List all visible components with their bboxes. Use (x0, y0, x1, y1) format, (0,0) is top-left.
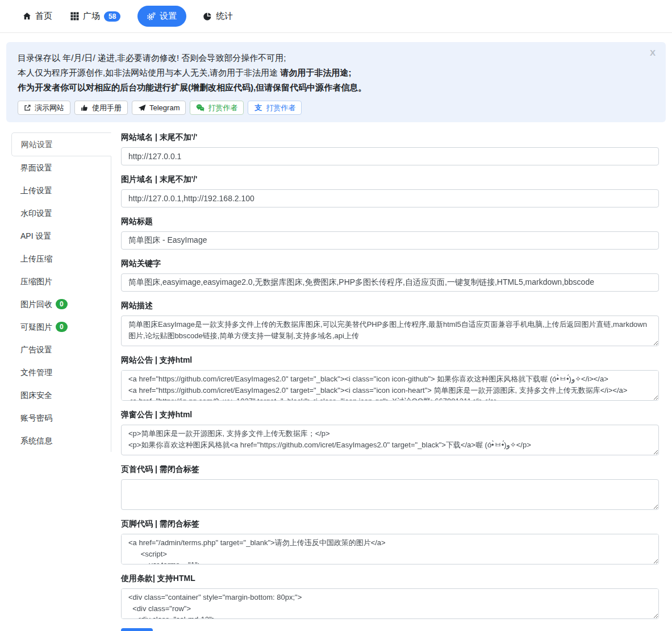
button-label: 演示网站 (35, 103, 64, 113)
nav-item-stats[interactable]: 统计 (202, 6, 234, 26)
field-label-site-announcement: 网站公告 | 支持html (121, 355, 659, 366)
sidebar-item-label: 账号密码 (20, 412, 52, 424)
field-label-image-domain: 图片域名 | 末尾不加'/' (121, 175, 659, 185)
sidebar-item-label: 可疑图片 (20, 321, 52, 333)
nav-item-label: 首页 (35, 11, 52, 22)
button-label: 打赏作者 (266, 103, 295, 113)
form-group-site-domain: 网站域名 | 末尾不加'/' (121, 132, 659, 165)
field-label-popup-announcement: 弹窗公告 | 支持html (121, 410, 659, 420)
sidebar-item-label: 压缩图片 (20, 276, 52, 287)
form-group-site-description: 网站描述简单图床EasyImage是一款支持多文件上传的无数据库图床,可以完美替… (121, 301, 659, 346)
alert-text-segment: 作为开发者你可以对相应的后台功能进行扩展(增删改相应代码),但请保留代码中源作者… (18, 82, 366, 92)
nav-item-settings[interactable]: 设置 (137, 6, 186, 27)
image-domain-input[interactable] (121, 189, 659, 207)
home-icon (23, 12, 31, 20)
top-navbar: 首页广场58设置统计 (0, 0, 672, 33)
button-label: 使用手册 (92, 103, 122, 113)
field-label-header-code: 页首代码 | 需闭合标签 (121, 464, 659, 475)
grid-icon (70, 12, 79, 20)
demo-site-button[interactable]: 演示网站 (18, 101, 70, 115)
alipay-icon: 支 (254, 103, 262, 112)
form-group-popup-announcement: 弹窗公告 | 支持html<p>简单图床是一款开源图床, 支持多文件上传无数据库… (121, 410, 659, 455)
telegram-button[interactable]: Telegram (132, 101, 186, 115)
alert-text-segment: 本人仅为程序开源创作,如非法网站使用与本人无关,请勿用于非法用途 (18, 68, 281, 77)
plaza-count-badge: 58 (104, 11, 120, 22)
field-label-terms: 使用条款| 支持HTML (121, 574, 659, 584)
nav-item-label: 设置 (160, 11, 177, 22)
sidebar-item-system[interactable]: 系统信息 (11, 429, 111, 452)
sidebar-item-upload[interactable]: 上传设置 (11, 179, 111, 202)
footer-code-textarea[interactable]: <a href="/admin/terms.php" target="_blan… (121, 534, 659, 564)
nav-item-label: 广场 (83, 11, 100, 22)
sidebar-item-label: 图片回收 (20, 298, 52, 310)
sidebar-item-file[interactable]: 文件管理 (11, 361, 111, 384)
sidebar-item-watermark[interactable]: 水印设置 (11, 202, 111, 225)
field-label-footer-code: 页脚代码 | 需闭合标签 (121, 519, 659, 529)
sidebar-item-label: 上传压缩 (20, 253, 52, 264)
sidebar-item-account[interactable]: 账号密码 (11, 406, 111, 429)
user-manual-button[interactable]: 使用手册 (74, 101, 128, 115)
site-settings-form: 网站域名 | 末尾不加'/'图片域名 | 末尾不加'/'网站标题网站关键字网站描… (121, 132, 659, 631)
form-group-header-code: 页首代码 | 需闭合标签 (121, 464, 659, 510)
alert-button-row: 演示网站使用手册Telegram打赏作者支打赏作者 (18, 101, 654, 115)
form-group-terms: 使用条款| 支持HTML<div class="container" style… (121, 574, 659, 619)
sidebar-item-api[interactable]: API 设置 (11, 225, 111, 247)
sidebar-item-label: 文件管理 (20, 367, 52, 378)
settings-sidebar: 网站设置界面设置上传设置水印设置API 设置上传压缩压缩图片图片回收0可疑图片0… (11, 132, 111, 452)
nav-item-plaza[interactable]: 广场58 (69, 6, 122, 26)
sidebar-item-upload-compress[interactable]: 上传压缩 (11, 247, 111, 270)
sidebar-item-label: API 设置 (20, 230, 51, 242)
alert-close-button[interactable]: X (650, 48, 656, 57)
alert-text-line: 目录保存以 年/月/日/ 递进,非必要请勿修改! 否则会导致部分操作不可用; (18, 51, 654, 65)
sidebar-item-suspect[interactable]: 可疑图片0 (11, 316, 111, 338)
sidebar-item-label: 网站设置 (21, 139, 53, 150)
alert-text-segment: 目录保存以 年/月/日/ 递进,非必要请勿修改! 否则会导致部分操作不可用; (18, 53, 286, 63)
sidebar-item-recycle[interactable]: 图片回收0 (11, 293, 111, 316)
nav-item-home[interactable]: 首页 (22, 6, 53, 26)
field-label-site-description: 网站描述 (121, 301, 659, 311)
sidebar-item-security[interactable]: 图床安全 (11, 384, 111, 406)
sidebar-item-compress-image[interactable]: 压缩图片 (11, 270, 111, 293)
save-button[interactable]: 保存 (121, 628, 153, 631)
sidebar-item-label: 系统信息 (20, 435, 52, 446)
svg-text:支: 支 (254, 103, 262, 112)
external-link-icon (24, 104, 31, 111)
field-label-site-domain: 网站域名 | 末尾不加'/' (121, 132, 659, 143)
terms-textarea[interactable]: <div class="container" style="margin-bot… (121, 588, 659, 619)
nav-item-label: 统计 (216, 11, 233, 22)
sidebar-item-label: 上传设置 (20, 185, 52, 196)
pie-chart-icon (203, 12, 212, 20)
sidebar-item-label: 广告设置 (20, 344, 52, 355)
gears-icon (147, 12, 156, 20)
site-domain-input[interactable] (121, 147, 659, 165)
button-label: 打赏作者 (208, 103, 237, 113)
alert-text-segment: 请勿用于非法用途; (281, 68, 352, 77)
popup-announcement-textarea[interactable]: <p>简单图床是一款开源图床, 支持多文件上传无数据库；</p> <p>如果你喜… (121, 425, 659, 455)
sidebar-item-site[interactable]: 网站设置 (11, 132, 111, 156)
donate-wechat-button[interactable]: 打赏作者 (190, 101, 244, 115)
field-label-site-keywords: 网站关键字 (121, 259, 659, 269)
alert-text-block: 目录保存以 年/月/日/ 递进,非必要请勿修改! 否则会导致部分操作不可用;本人… (18, 51, 654, 95)
sidebar-item-label: 图床安全 (20, 389, 52, 401)
form-group-site-keywords: 网站关键字 (121, 259, 659, 292)
sidebar-item-label: 界面设置 (20, 162, 52, 173)
site-title-input[interactable] (121, 231, 659, 250)
paper-plane-icon (138, 104, 146, 112)
site-description-textarea[interactable]: 简单图床EasyImage是一款支持多文件上传的无数据库图床,可以完美替代PHP… (121, 316, 659, 346)
thumbs-up-icon (81, 104, 89, 112)
notice-alert: X 目录保存以 年/月/日/ 递进,非必要请勿修改! 否则会导致部分操作不可用;… (6, 42, 666, 122)
settings-content: 网站设置界面设置上传设置水印设置API 设置上传压缩压缩图片图片回收0可疑图片0… (0, 122, 672, 631)
field-label-site-title: 网站标题 (121, 217, 659, 227)
site-announcement-textarea[interactable]: <a href="https://github.com/icret/EasyIm… (121, 370, 659, 401)
recycle-count-badge: 0 (56, 299, 68, 309)
form-group-footer-code: 页脚代码 | 需闭合标签<a href="/admin/terms.php" t… (121, 519, 659, 564)
wechat-icon (196, 103, 204, 112)
site-keywords-input[interactable] (121, 273, 659, 292)
sidebar-item-ad[interactable]: 广告设置 (11, 338, 111, 361)
sidebar-item-interface[interactable]: 界面设置 (11, 156, 111, 179)
alert-text-line: 作为开发者你可以对相应的后台功能进行扩展(增删改相应代码),但请保留代码中源作者… (18, 80, 654, 95)
header-code-textarea[interactable] (121, 479, 659, 510)
alert-text-line: 本人仅为程序开源创作,如非法网站使用与本人无关,请勿用于非法用途 请勿用于非法用… (18, 65, 654, 80)
donate-alipay-button[interactable]: 支打赏作者 (248, 101, 302, 115)
form-group-image-domain: 图片域名 | 末尾不加'/' (121, 175, 659, 207)
